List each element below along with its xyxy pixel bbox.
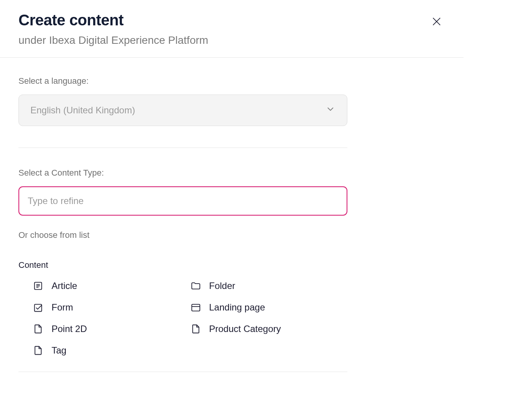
- dialog-title: Create content: [18, 12, 428, 29]
- content-type-landing-page[interactable]: Landing page: [190, 302, 348, 313]
- content-type-tag[interactable]: Tag: [32, 345, 190, 356]
- dialog-header: Create content under Ibexa Digital Exper…: [0, 0, 464, 58]
- content-type-article[interactable]: Article: [32, 280, 190, 292]
- content-type-list: Article Folder: [18, 280, 347, 356]
- chevron-down-icon: [325, 104, 335, 116]
- svg-rect-7: [192, 304, 200, 311]
- content-type-label: Folder: [209, 281, 235, 291]
- divider: [18, 372, 347, 372]
- content-type-product-category[interactable]: Product Category: [190, 323, 348, 335]
- content-type-label: Select a Content Type:: [18, 168, 347, 178]
- dialog-body: Select a language: English (United Kingd…: [0, 58, 464, 380]
- content-type-label: Point 2D: [52, 324, 87, 334]
- content-type-refine-input[interactable]: [18, 186, 347, 216]
- landing-page-icon: [190, 302, 202, 313]
- language-label: Select a language:: [18, 76, 347, 86]
- close-button[interactable]: [428, 13, 445, 31]
- content-type-label: Product Category: [209, 324, 281, 334]
- content-type-label: Landing page: [209, 302, 265, 313]
- form-section: Select a language: English (United Kingd…: [18, 76, 347, 372]
- language-selected-value: English (United Kingdom): [30, 105, 135, 116]
- language-dropdown[interactable]: English (United Kingdom): [18, 95, 347, 126]
- content-type-label: Article: [52, 281, 77, 291]
- content-type-label: Tag: [52, 345, 67, 356]
- create-content-dialog: Create content under Ibexa Digital Exper…: [0, 0, 464, 380]
- file-icon: [32, 323, 44, 335]
- folder-icon: [190, 280, 202, 292]
- or-choose-label: Or choose from list: [18, 230, 347, 240]
- content-type-folder[interactable]: Folder: [190, 280, 348, 292]
- file-icon: [190, 323, 202, 335]
- content-type-point-2d[interactable]: Point 2D: [32, 323, 190, 335]
- content-type-form[interactable]: Form: [32, 302, 190, 313]
- divider: [18, 148, 347, 148]
- content-type-label: Form: [52, 302, 73, 313]
- file-icon: [32, 345, 44, 356]
- article-icon: [32, 280, 44, 292]
- content-group-title: Content: [18, 260, 347, 270]
- header-text: Create content under Ibexa Digital Exper…: [18, 12, 428, 46]
- close-icon: [431, 16, 442, 28]
- svg-rect-6: [35, 304, 42, 312]
- form-icon: [32, 302, 44, 313]
- dialog-subtitle: under Ibexa Digital Experience Platform: [18, 34, 428, 46]
